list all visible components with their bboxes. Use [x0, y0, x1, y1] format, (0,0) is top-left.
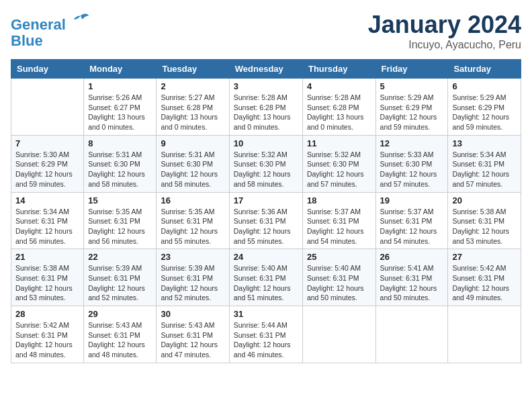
- calendar-day-cell: 29Sunrise: 5:43 AMSunset: 6:31 PMDayligh…: [84, 306, 157, 363]
- calendar-weekday-tuesday: Tuesday: [157, 60, 229, 79]
- day-info: Sunrise: 5:42 AMSunset: 6:31 PMDaylight:…: [15, 320, 79, 360]
- calendar-weekday-sunday: Sunday: [11, 60, 84, 79]
- calendar-weekday-wednesday: Wednesday: [229, 60, 302, 79]
- day-info: Sunrise: 5:36 AMSunset: 6:31 PMDaylight:…: [234, 207, 298, 246]
- day-number: 23: [161, 252, 224, 262]
- calendar-day-cell: 18Sunrise: 5:37 AMSunset: 6:31 PMDayligh…: [302, 192, 375, 249]
- day-info: Sunrise: 5:44 AMSunset: 6:31 PMDaylight:…: [234, 320, 298, 360]
- calendar-day-cell: 16Sunrise: 5:35 AMSunset: 6:31 PMDayligh…: [157, 192, 229, 249]
- day-number: 5: [380, 81, 444, 91]
- calendar-day-cell: 28Sunrise: 5:42 AMSunset: 6:31 PMDayligh…: [11, 306, 84, 363]
- calendar-day-cell: 4Sunrise: 5:28 AMSunset: 6:28 PMDaylight…: [302, 79, 375, 136]
- calendar-day-cell: 12Sunrise: 5:33 AMSunset: 6:30 PMDayligh…: [375, 135, 448, 192]
- day-info: Sunrise: 5:30 AMSunset: 6:29 PMDaylight:…: [15, 150, 79, 189]
- day-number: 8: [88, 138, 152, 148]
- day-info: Sunrise: 5:40 AMSunset: 6:31 PMDaylight:…: [234, 263, 298, 303]
- calendar-day-cell: 7Sunrise: 5:30 AMSunset: 6:29 PMDaylight…: [11, 135, 84, 192]
- calendar-empty-cell: [375, 306, 448, 363]
- calendar-empty-cell: [448, 306, 521, 363]
- day-info: Sunrise: 5:40 AMSunset: 6:31 PMDaylight:…: [307, 263, 371, 303]
- calendar-day-cell: 8Sunrise: 5:31 AMSunset: 6:30 PMDaylight…: [84, 135, 157, 192]
- day-info: Sunrise: 5:31 AMSunset: 6:30 PMDaylight:…: [161, 150, 224, 189]
- calendar-day-cell: 6Sunrise: 5:29 AMSunset: 6:29 PMDaylight…: [448, 79, 521, 136]
- logo: General Blue: [11, 11, 90, 49]
- day-number: 31: [234, 309, 298, 319]
- day-number: 2: [161, 81, 224, 91]
- day-info: Sunrise: 5:32 AMSunset: 6:30 PMDaylight:…: [234, 150, 298, 189]
- day-number: 10: [234, 138, 298, 148]
- calendar-table: SundayMondayTuesdayWednesdayThursdayFrid…: [11, 59, 521, 363]
- calendar-week-row: 7Sunrise: 5:30 AMSunset: 6:29 PMDaylight…: [11, 135, 521, 192]
- day-info: Sunrise: 5:39 AMSunset: 6:31 PMDaylight:…: [88, 263, 152, 303]
- calendar-day-cell: 11Sunrise: 5:32 AMSunset: 6:30 PMDayligh…: [302, 135, 375, 192]
- day-info: Sunrise: 5:37 AMSunset: 6:31 PMDaylight:…: [380, 207, 444, 246]
- day-info: Sunrise: 5:28 AMSunset: 6:28 PMDaylight:…: [307, 93, 371, 132]
- day-number: 13: [452, 138, 517, 148]
- day-info: Sunrise: 5:38 AMSunset: 6:31 PMDaylight:…: [452, 207, 517, 246]
- calendar-day-cell: 19Sunrise: 5:37 AMSunset: 6:31 PMDayligh…: [375, 192, 448, 249]
- day-number: 28: [15, 309, 79, 319]
- day-info: Sunrise: 5:38 AMSunset: 6:31 PMDaylight:…: [15, 263, 79, 303]
- day-info: Sunrise: 5:26 AMSunset: 6:27 PMDaylight:…: [88, 93, 152, 132]
- day-info: Sunrise: 5:41 AMSunset: 6:31 PMDaylight:…: [380, 263, 444, 303]
- day-info: Sunrise: 5:29 AMSunset: 6:29 PMDaylight:…: [380, 93, 444, 132]
- calendar-day-cell: 3Sunrise: 5:28 AMSunset: 6:28 PMDaylight…: [229, 79, 302, 136]
- day-info: Sunrise: 5:29 AMSunset: 6:29 PMDaylight:…: [452, 93, 517, 132]
- calendar-day-cell: 15Sunrise: 5:35 AMSunset: 6:31 PMDayligh…: [84, 192, 157, 249]
- calendar-week-row: 14Sunrise: 5:34 AMSunset: 6:31 PMDayligh…: [11, 192, 521, 249]
- day-number: 25: [307, 252, 371, 262]
- calendar-day-cell: 26Sunrise: 5:41 AMSunset: 6:31 PMDayligh…: [375, 249, 448, 306]
- calendar-day-cell: 31Sunrise: 5:44 AMSunset: 6:31 PMDayligh…: [229, 306, 302, 363]
- day-number: 29: [88, 309, 152, 319]
- day-number: 6: [452, 81, 517, 91]
- calendar-day-cell: 22Sunrise: 5:39 AMSunset: 6:31 PMDayligh…: [84, 249, 157, 306]
- calendar-day-cell: 24Sunrise: 5:40 AMSunset: 6:31 PMDayligh…: [229, 249, 302, 306]
- day-number: 15: [88, 195, 152, 205]
- calendar-empty-cell: [302, 306, 375, 363]
- day-number: 4: [307, 81, 371, 91]
- calendar-weekday-thursday: Thursday: [302, 60, 375, 79]
- calendar-day-cell: 23Sunrise: 5:39 AMSunset: 6:31 PMDayligh…: [157, 249, 229, 306]
- header: General Blue January 2024 Incuyo, Ayacuc…: [11, 11, 521, 51]
- calendar-weekday-monday: Monday: [84, 60, 157, 79]
- day-info: Sunrise: 5:35 AMSunset: 6:31 PMDaylight:…: [88, 207, 152, 246]
- day-info: Sunrise: 5:34 AMSunset: 6:31 PMDaylight:…: [15, 207, 79, 246]
- day-number: 24: [234, 252, 298, 262]
- title-block: January 2024 Incuyo, Ayacucho, Peru: [368, 11, 521, 51]
- day-number: 1: [88, 81, 152, 91]
- day-number: 20: [452, 195, 517, 205]
- day-info: Sunrise: 5:43 AMSunset: 6:31 PMDaylight:…: [88, 320, 152, 360]
- day-number: 9: [161, 138, 224, 148]
- day-number: 16: [161, 195, 224, 205]
- day-info: Sunrise: 5:34 AMSunset: 6:31 PMDaylight:…: [452, 150, 517, 189]
- logo-blue: Blue: [11, 33, 90, 49]
- calendar-day-cell: 30Sunrise: 5:43 AMSunset: 6:31 PMDayligh…: [157, 306, 229, 363]
- logo-general: General: [11, 16, 66, 33]
- day-number: 27: [452, 252, 517, 262]
- day-number: 18: [307, 195, 371, 205]
- calendar-day-cell: 5Sunrise: 5:29 AMSunset: 6:29 PMDaylight…: [375, 79, 448, 136]
- day-number: 12: [380, 138, 444, 148]
- calendar-week-row: 1Sunrise: 5:26 AMSunset: 6:27 PMDaylight…: [11, 79, 521, 136]
- day-number: 22: [88, 252, 152, 262]
- calendar-header-row: SundayMondayTuesdayWednesdayThursdayFrid…: [11, 60, 521, 79]
- calendar-weekday-friday: Friday: [375, 60, 448, 79]
- day-number: 19: [380, 195, 444, 205]
- day-number: 26: [380, 252, 444, 262]
- day-info: Sunrise: 5:35 AMSunset: 6:31 PMDaylight:…: [161, 207, 224, 246]
- day-number: 21: [15, 252, 79, 262]
- logo-bird-icon: [71, 11, 90, 30]
- calendar-day-cell: 27Sunrise: 5:42 AMSunset: 6:31 PMDayligh…: [448, 249, 521, 306]
- calendar-day-cell: 17Sunrise: 5:36 AMSunset: 6:31 PMDayligh…: [229, 192, 302, 249]
- logo-text: General: [11, 11, 90, 33]
- calendar-day-cell: 1Sunrise: 5:26 AMSunset: 6:27 PMDaylight…: [84, 79, 157, 136]
- day-info: Sunrise: 5:32 AMSunset: 6:30 PMDaylight:…: [307, 150, 371, 189]
- calendar-day-cell: 25Sunrise: 5:40 AMSunset: 6:31 PMDayligh…: [302, 249, 375, 306]
- calendar-empty-cell: [11, 79, 84, 136]
- calendar-day-cell: 10Sunrise: 5:32 AMSunset: 6:30 PMDayligh…: [229, 135, 302, 192]
- day-info: Sunrise: 5:31 AMSunset: 6:30 PMDaylight:…: [88, 150, 152, 189]
- main-title: January 2024: [368, 11, 521, 39]
- calendar-day-cell: 14Sunrise: 5:34 AMSunset: 6:31 PMDayligh…: [11, 192, 84, 249]
- day-number: 11: [307, 138, 371, 148]
- calendar-weekday-saturday: Saturday: [448, 60, 521, 79]
